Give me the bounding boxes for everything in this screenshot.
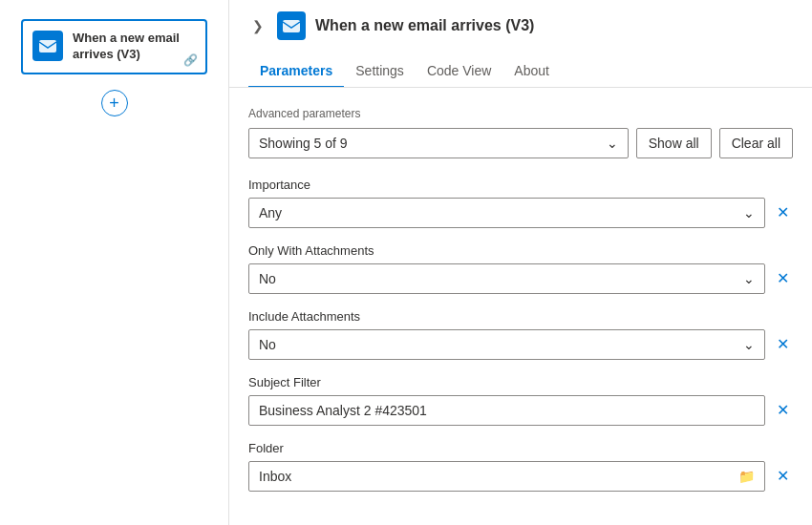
folder-input[interactable]: Inbox 📁 [248,461,765,492]
include-attachments-row: No ⌄ ✕ [248,329,793,360]
link-icon: 🔗 [183,53,198,67]
chevron-down-icon: ⌄ [743,337,755,352]
trigger-icon [32,31,63,61]
trigger-card[interactable]: When a new email arrives (V3) 🔗 [21,19,207,74]
tab-parameters[interactable]: Parameters [248,55,344,88]
tabs-bar: Parameters Settings Code View About [229,55,812,87]
header-icon [277,11,306,40]
importance-param: Importance Any ⌄ ✕ [248,178,793,228]
include-attachments-value: No [259,337,276,352]
subject-filter-remove-button[interactable]: ✕ [773,399,793,422]
advanced-params-row: Showing 5 of 9 ⌄ Show all Clear all [248,128,793,158]
svg-rect-0 [39,40,56,52]
subject-filter-label: Subject Filter [248,375,793,389]
importance-label: Importance [248,178,793,192]
subject-filter-row: ✕ [248,395,793,426]
clear-all-button[interactable]: Clear all [719,128,793,158]
folder-value: Inbox [259,469,291,484]
advanced-params-label: Advanced parameters [248,107,793,120]
include-attachments-param: Include Attachments No ⌄ ✕ [248,309,793,360]
include-attachments-dropdown[interactable]: No ⌄ [248,329,765,360]
chevron-down-icon: ⌄ [607,136,618,151]
chevron-down-icon: ⌄ [743,205,755,220]
main-panel: ❯ When a new email arrives (V3) Paramete… [229,0,812,525]
collapse-button[interactable]: ❯ [248,14,267,37]
include-attachments-remove-button[interactable]: ✕ [773,333,793,356]
tab-code-view[interactable]: Code View [416,55,502,88]
importance-remove-button[interactable]: ✕ [773,201,793,224]
only-with-attachments-dropdown[interactable]: No ⌄ [248,263,765,294]
subject-filter-param: Subject Filter ✕ [248,375,793,426]
panel-title: When a new email arrives (V3) [315,17,793,34]
folder-label: Folder [248,441,793,455]
add-step-button[interactable]: + [101,90,128,116]
tab-settings[interactable]: Settings [344,55,416,88]
panel-header: ❯ When a new email arrives (V3) [229,0,812,40]
svg-rect-1 [283,20,300,32]
sidebar: When a new email arrives (V3) 🔗 + [0,0,229,525]
only-with-attachments-remove-button[interactable]: ✕ [773,267,793,290]
only-with-attachments-label: Only With Attachments [248,243,793,258]
panel-body: Advanced parameters Showing 5 of 9 ⌄ Sho… [229,88,812,525]
folder-param: Folder Inbox 📁 ✕ [248,441,793,492]
folder-remove-button[interactable]: ✕ [773,465,793,488]
include-attachments-label: Include Attachments [248,309,793,324]
importance-value: Any [259,205,282,220]
folder-row: Inbox 📁 ✕ [248,461,793,492]
tab-about[interactable]: About [502,55,561,88]
advanced-params-dropdown[interactable]: Showing 5 of 9 ⌄ [248,128,629,158]
advanced-params-section: Advanced parameters Showing 5 of 9 ⌄ Sho… [248,107,793,158]
importance-dropdown[interactable]: Any ⌄ [248,198,765,228]
advanced-params-dropdown-value: Showing 5 of 9 [259,136,348,151]
only-with-attachments-param: Only With Attachments No ⌄ ✕ [248,243,793,294]
subject-filter-input[interactable] [248,395,765,426]
folder-browse-icon[interactable]: 📁 [738,469,755,484]
trigger-label: When a new email arrives (V3) [73,31,194,63]
chevron-down-icon: ⌄ [743,271,755,286]
only-with-attachments-row: No ⌄ ✕ [248,263,793,294]
importance-row: Any ⌄ ✕ [248,198,793,228]
only-with-attachments-value: No [259,271,276,286]
show-all-button[interactable]: Show all [636,128,712,158]
